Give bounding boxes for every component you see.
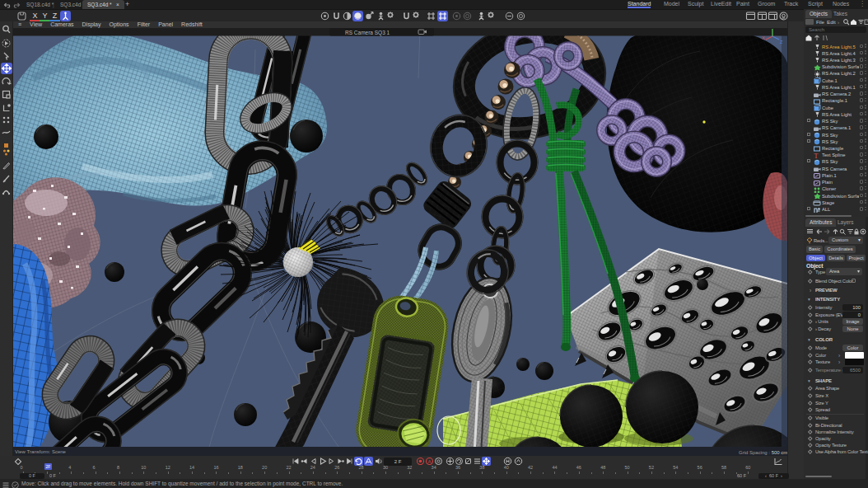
svg-text:View Transform: Scene: View Transform: Scene <box>15 449 67 454</box>
svg-text:RS Camera SQ3 1: RS Camera SQ3 1 <box>345 30 390 36</box>
svg-text:T: T <box>814 152 819 159</box>
svg-text:A: A <box>428 459 432 464</box>
svg-text:Y: Y <box>773 28 777 29</box>
svg-text:Grid Spacing : 500 cm: Grid Spacing : 500 cm <box>739 450 787 455</box>
svg-text:X: X <box>762 35 765 40</box>
